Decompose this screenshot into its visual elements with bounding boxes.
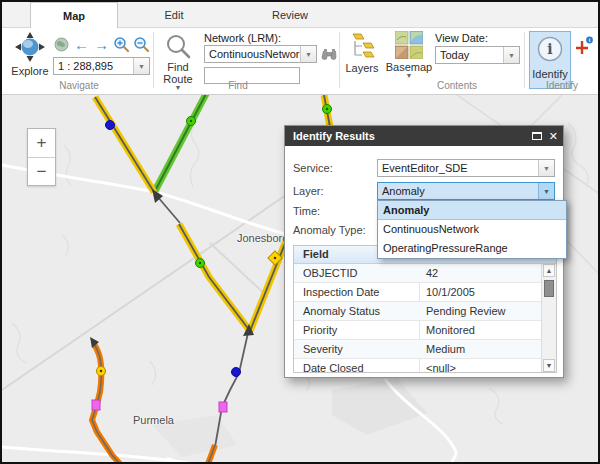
dialog-titlebar[interactable]: Identify Results ✕ (285, 126, 563, 146)
table-row[interactable]: SeverityMedium (294, 340, 541, 359)
zoom-out-tool-icon[interactable] (133, 36, 150, 53)
scroll-up-icon[interactable]: ▲ (543, 264, 555, 277)
map-scale-combobox[interactable]: 1 : 288,895 ▼ (53, 57, 150, 75)
table-body: OBJECTID42 Inspection Date10/1/2005 Anom… (294, 264, 541, 372)
network-dropdown-arrow-icon[interactable]: ▼ (300, 46, 316, 62)
maximize-icon[interactable] (532, 132, 542, 140)
explore-compass-icon (14, 31, 46, 65)
basemap-caret-icon: ▼ (406, 73, 413, 79)
basemap-button[interactable]: Basemap ▼ (386, 31, 432, 79)
map-road (2, 195, 286, 390)
ribbon-tabbar: Map Edit Review (2, 2, 598, 28)
tab-review[interactable]: Review (246, 2, 334, 28)
scale-dropdown-arrow-icon[interactable]: ▼ (133, 58, 149, 74)
route-direction-segment (157, 196, 180, 223)
network-lrm-label: Network (LRM): (204, 32, 281, 44)
layer-combobox[interactable]: Anomaly ▼ (377, 182, 555, 200)
close-icon[interactable]: ✕ (549, 126, 558, 146)
identify-route-location-icon[interactable]: i (574, 36, 594, 60)
service-dropdown-arrow-icon[interactable]: ▼ (538, 160, 554, 176)
layer-dropdown-list: Anomaly ContinuousNetwork OperatingPress… (377, 200, 567, 259)
service-row: Service: EventEditor_SDE ▼ (293, 159, 555, 177)
group-label-contents: Contents (382, 80, 532, 92)
map-zoom-out-button[interactable]: − (28, 157, 55, 185)
tab-edit[interactable]: Edit (130, 2, 218, 28)
scroll-down-icon[interactable]: ▼ (543, 359, 555, 372)
explore-button[interactable]: Explore (8, 31, 52, 77)
svg-text:i: i (547, 41, 552, 57)
map-zoom-control: + − (27, 128, 56, 186)
previous-extent-icon[interactable]: ← (73, 36, 90, 53)
group-separator (339, 32, 340, 88)
identify-circle-i-icon: i (537, 36, 563, 66)
view-date-label: View Date: (435, 32, 488, 44)
zoom-in-tool-icon[interactable] (113, 36, 130, 53)
attributes-table: Field Value OBJECTID42 Inspection Date10… (293, 245, 557, 373)
binoculars-search-icon[interactable] (321, 46, 338, 63)
next-extent-icon[interactable]: → (93, 36, 110, 53)
ribbon: Explore ← → 1 : 288,895 ▼ Navigate (2, 28, 598, 95)
dropdown-option-operatingpressurerange[interactable]: OperatingPressureRange (378, 239, 566, 258)
identify-results-dialog: Identify Results ✕ Service: EventEditor_… (284, 125, 564, 378)
table-row[interactable]: Date Closed<null> (294, 359, 541, 372)
service-combobox[interactable]: EventEditor_SDE ▼ (377, 159, 555, 177)
map-label-purmela: Purmela (133, 414, 174, 426)
group-label-navigate: Navigate (6, 80, 152, 92)
table-row[interactable]: OBJECTID42 (294, 264, 541, 283)
find-route-magnifier-icon (165, 33, 191, 61)
map-label-jonesboro: Jonesboro (237, 232, 288, 244)
layer-dropdown-arrow-icon[interactable]: ▼ (538, 183, 554, 199)
tab-map[interactable]: Map (30, 2, 118, 29)
basemap-tiles-icon (395, 31, 423, 61)
dropdown-option-continuousnetwork[interactable]: ContinuousNetwork (378, 220, 566, 239)
layer-row: Layer: Anomaly ▼ (293, 182, 555, 200)
group-separator (153, 32, 154, 88)
table-row[interactable]: Inspection Date10/1/2005 (294, 283, 541, 302)
pink-square-markers (92, 400, 227, 412)
dialog-title: Identify Results (293, 130, 375, 142)
full-extent-globe-icon[interactable] (53, 36, 70, 53)
layers-button[interactable]: Layers (344, 33, 380, 74)
table-row[interactable]: Anomaly StatusPending Review (294, 302, 541, 321)
group-separator (524, 32, 525, 88)
table-row[interactable]: PriorityMonitored (294, 321, 541, 340)
layers-tree-icon (349, 33, 375, 62)
view-date-dropdown-arrow-icon[interactable]: ▼ (503, 47, 519, 63)
dropdown-option-anomaly[interactable]: Anomaly (378, 201, 566, 220)
map-zoom-in-button[interactable]: + (28, 129, 55, 157)
scrollbar-thumb[interactable] (544, 280, 554, 297)
group-label-identify: Identify (529, 80, 595, 92)
network-lrm-combobox[interactable]: ContinuousNetwork ▼ (204, 45, 317, 63)
table-scrollbar[interactable]: ▲ ▼ (541, 264, 556, 372)
view-date-combobox[interactable]: Today ▼ (435, 46, 520, 64)
group-label-find: Find (158, 80, 318, 92)
app-window: Map Edit Review Explore ← (0, 0, 600, 464)
